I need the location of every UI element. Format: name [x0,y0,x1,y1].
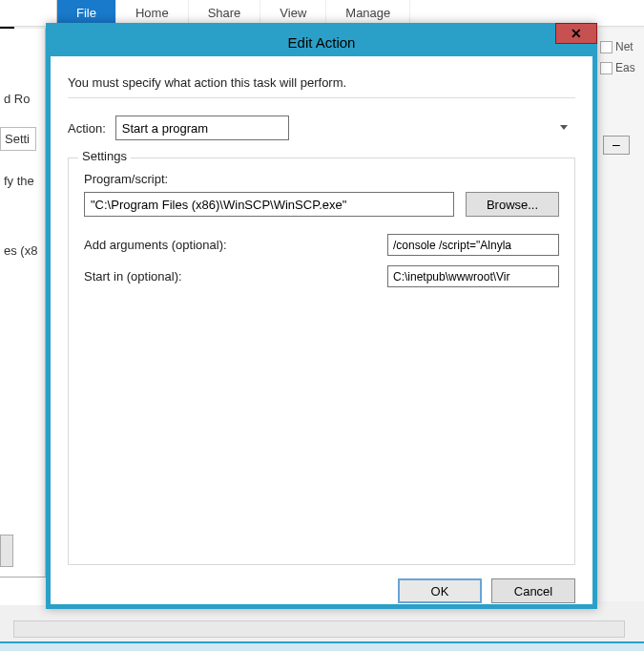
bg-right-label: Eas [615,61,635,74]
bg-right-item-eas: Eas [598,57,644,78]
divider [68,97,575,98]
bg-text-fragment: Setti [0,127,36,151]
intro-text: You must specify what action this task w… [68,75,575,90]
edit-action-dialog: Edit Action ✕ You must specify what acti… [46,23,597,609]
bg-border-fragment [0,577,46,605]
arguments-label: Add arguments (optional): [84,238,227,252]
dialog-buttons: OK Cancel [68,578,575,603]
bg-right-panel: Net Eas – [598,29,644,601]
bg-right-label: Net [615,40,634,53]
bg-text-fragment: fy the [0,170,45,192]
collapse-button[interactable]: – [603,136,630,155]
document-icon [600,62,613,74]
ribbon-corner [0,0,57,26]
ok-button[interactable]: OK [398,578,482,603]
bg-button-fragment [0,535,13,567]
tab-manage[interactable]: Manage [326,0,410,26]
bg-window-border [0,641,644,651]
bg-right-item-net: Net [598,36,644,57]
bg-text-fragment: es (x8 [0,240,45,262]
tab-view[interactable]: View [260,0,326,26]
action-select[interactable] [115,116,289,140]
action-select-wrap[interactable] [115,116,575,140]
settings-fieldset: Settings Program/script: Browse... Add a… [68,158,575,565]
document-icon [600,41,613,53]
tab-home[interactable]: Home [116,0,189,26]
cancel-button[interactable]: Cancel [491,578,575,603]
dialog-body: You must specify what action this task w… [51,56,592,615]
bg-scrollbar[interactable] [13,620,625,638]
start-in-input[interactable] [387,265,559,287]
program-input[interactable] [84,192,454,217]
dialog-title: Edit Action [288,34,356,51]
bg-text-fragment: d Ro [0,88,45,110]
close-icon: ✕ [571,26,582,41]
dialog-titlebar[interactable]: Edit Action ✕ [51,28,592,56]
tab-share[interactable]: Share [189,0,261,26]
close-button[interactable]: ✕ [555,23,597,44]
action-row: Action: [68,116,575,140]
tab-file[interactable]: File [57,0,116,26]
action-label: Action: [68,121,106,136]
program-label: Program/script: [84,172,559,186]
arguments-row: Add arguments (optional): [84,234,559,256]
settings-legend: Settings [78,149,131,163]
start-in-label: Start in (optional): [84,269,182,284]
browse-button[interactable]: Browse... [466,192,559,217]
arguments-input[interactable] [387,234,559,256]
bg-left-panel: d Ro Setti fy the es (x8 [0,29,46,601]
start-in-row: Start in (optional): [84,265,559,287]
program-row: Browse... [84,192,559,217]
